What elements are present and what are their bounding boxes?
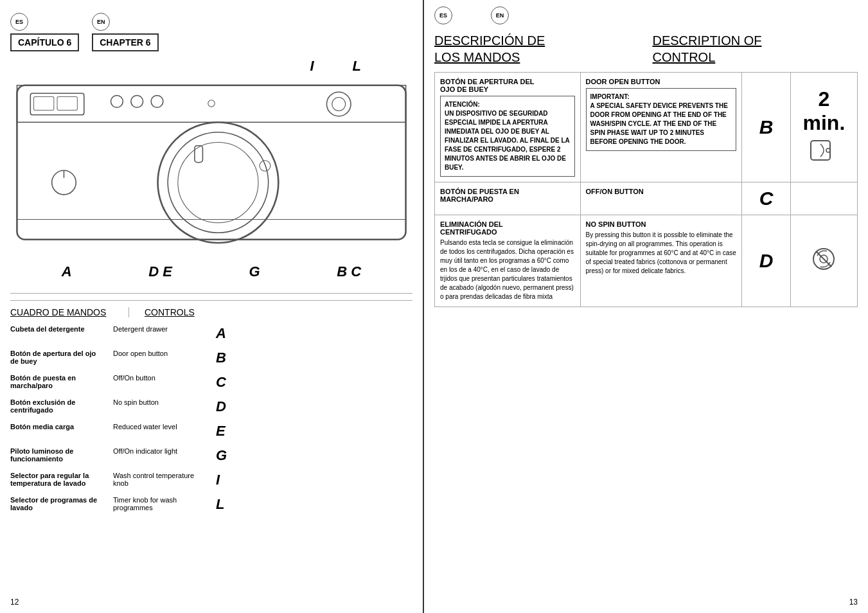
right-icon-c [790, 182, 857, 215]
right-table: BOTÓN DE APERTURA DELOJO DE BUEY ATENCIÓ… [434, 72, 858, 307]
es-flag: ES [10, 13, 28, 31]
two-min-text: 2 min. [796, 87, 852, 135]
right-cell-en-c: OFF/ON BUTTON [580, 182, 742, 215]
right-title-en: DESCRIPTION OFCONTROL [653, 32, 858, 66]
svg-rect-3 [34, 97, 54, 111]
ctrl-letter-e: E [216, 423, 235, 440]
svg-point-12 [168, 132, 268, 233]
ctrl-en-l: Timer knob for washprogrammes [113, 496, 216, 511]
controls-es-header: CUADRO DE MANDOS [10, 307, 113, 317]
right-row-b: BOTÓN DE APERTURA DELOJO DE BUEY ATENCIÓ… [435, 73, 858, 182]
section-title-en-c: OFF/ON BUTTON [586, 188, 737, 195]
ctrl-letter-c: C [216, 374, 235, 391]
svg-point-10 [208, 100, 215, 107]
right-page: ES EN DESCRIPCIÓN DELOS MANDOS DESCRIPTI… [424, 0, 868, 613]
controls-en-header: CONTROLS [145, 307, 247, 317]
ctrl-es-l: Selector de programas delavado [10, 496, 113, 511]
right-en-flag: EN [491, 6, 509, 24]
important-box-b: IMPORTANT: A SPECIAL SAFETY DEVICE PREVE… [586, 88, 737, 151]
controls-section: CUADRO DE MANDOS CONTROLS Cubeta del det… [10, 300, 412, 513]
page-num-right: 13 [849, 598, 858, 607]
left-page: ES CAPÍTULO 6 EN CHAPTER 6 I L [0, 0, 424, 613]
right-title-es: DESCRIPCIÓN DELOS MANDOS [434, 32, 640, 66]
svg-point-6 [332, 98, 346, 111]
controls-row-e: Botón media carga Reduced water level E [10, 423, 412, 440]
controls-row-b: Botón de apertura del ojode buey Door op… [10, 350, 412, 366]
label-I: I [310, 58, 314, 75]
chapter-headers: ES CAPÍTULO 6 EN CHAPTER 6 [10, 13, 412, 51]
ctrl-letter-l: L [216, 496, 235, 513]
ctrl-en-g: Off/On indicator light [113, 447, 216, 455]
ctrl-letter-d: D [216, 398, 235, 415]
ctrl-en-i: Wash control temperatureknob [113, 472, 216, 487]
right-cell-en-d: NO SPIN BUTTON By pressing this button i… [580, 215, 742, 307]
svg-point-11 [158, 122, 279, 243]
label-D: D E [148, 263, 172, 280]
ctrl-es-d: Botón exclusión decentrifugado [10, 398, 113, 414]
ctrl-es-c: Botón de puesta enmarcha/paro [10, 374, 113, 389]
svg-rect-19 [811, 141, 830, 160]
controls-headers: CUADRO DE MANDOS CONTROLS [10, 307, 412, 317]
ctrl-en-a: Detergent drawer [113, 325, 216, 333]
machine-diagram [10, 76, 412, 256]
ctrl-es-i: Selector para regular latemperatura de l… [10, 472, 113, 487]
svg-rect-1 [17, 85, 405, 122]
controls-row-l: Selector de programas delavado Timer kno… [10, 496, 412, 513]
door-icon [808, 138, 840, 163]
svg-point-5 [326, 92, 351, 116]
right-cell-en-b: DOOR OPEN BUTTON IMPORTANT: A SPECIAL SA… [580, 73, 742, 182]
chapter-es-label: CAPÍTULO 6 [10, 33, 79, 51]
section-title-es-c: BOTÓN DE PUESTA ENMARCHA/PARO [440, 188, 575, 203]
no-spin-icon [811, 246, 837, 272]
chapter-en-label: CHAPTER 6 [92, 33, 158, 51]
controls-table: Cubeta del detergente Detergent drawer A… [10, 325, 412, 513]
svg-rect-8 [131, 95, 143, 107]
atention-box-b: ATENCIÓN: UN DISPOSITIVO DE SEGURIDAD ES… [440, 96, 575, 177]
top-labels: I L [10, 58, 412, 75]
svg-point-13 [178, 142, 258, 222]
right-cell-es-b: BOTÓN DE APERTURA DELOJO DE BUEY ATENCIÓ… [435, 73, 581, 182]
label-L: L [353, 58, 361, 75]
right-cell-es-c: BOTÓN DE PUESTA ENMARCHA/PARO [435, 182, 581, 215]
section-title-es-b: BOTÓN DE APERTURA DELOJO DE BUEY [440, 78, 575, 93]
right-es-block: ES EN DESCRIPCIÓN DELOS MANDOS DESCRIPTI… [434, 6, 858, 66]
right-icon-d [790, 215, 857, 307]
chapter-es-block: ES CAPÍTULO 6 [10, 13, 79, 51]
ctrl-en-b: Door open button [113, 350, 216, 357]
right-cell-es-d: ELIMINACIÓN DELCENTRIFUGADO Pulsando est… [435, 215, 581, 307]
controls-row-i: Selector para regular latemperatura de l… [10, 472, 412, 488]
controls-row-a: Cubeta del detergente Detergent drawer A [10, 325, 412, 342]
svg-rect-0 [17, 85, 405, 240]
chapter-en-block: EN CHAPTER 6 [92, 13, 158, 51]
ctrl-letter-a: A [216, 325, 235, 342]
right-es-flag: ES [434, 6, 452, 24]
right-row-d: ELIMINACIÓN DELCENTRIFUGADO Pulsando est… [435, 215, 858, 307]
page-num-left: 12 [10, 598, 19, 607]
ctrl-es-e: Botón media carga [10, 423, 113, 431]
body-es-d: Pulsando esta tecla se consigue la elimi… [440, 238, 575, 301]
right-row-c: BOTÓN DE PUESTA ENMARCHA/PARO OFF/ON BUT… [435, 182, 858, 215]
svg-rect-7 [111, 95, 123, 107]
controls-row-d: Botón exclusión decentrifugado No spin b… [10, 398, 412, 415]
right-chapter-area: ES EN DESCRIPCIÓN DELOS MANDOS DESCRIPTI… [434, 6, 858, 66]
ctrl-letter-b: B [216, 350, 235, 366]
controls-row-c: Botón de puesta enmarcha/paro Off/On but… [10, 374, 412, 391]
bottom-labels: A D E G B C [10, 261, 412, 283]
controls-row-g: Piloto luminoso defuncionamiento Off/On … [10, 447, 412, 464]
svg-rect-9 [151, 95, 163, 107]
machine-svg [10, 76, 412, 256]
ctrl-es-g: Piloto luminoso defuncionamiento [10, 447, 113, 463]
ctrl-en-c: Off/On button [113, 374, 216, 382]
section-title-es-d: ELIMINACIÓN DELCENTRIFUGADO [440, 220, 575, 236]
label-A: A [62, 263, 72, 280]
two-min-display: 2 min. [796, 87, 852, 167]
ctrl-es-b: Botón de apertura del ojode buey [10, 350, 113, 365]
section-title-en-b: DOOR OPEN BUTTON [586, 78, 737, 85]
ctrl-en-e: Reduced water level [113, 423, 216, 431]
ctrl-letter-g: G [216, 447, 235, 464]
section-title-en-d: NO SPIN BUTTON [586, 220, 737, 228]
en-flag: EN [92, 13, 110, 31]
body-en-d: By pressing this button it is possible t… [586, 231, 737, 276]
right-letter-c: C [742, 182, 791, 215]
label-B: B C [337, 263, 361, 280]
